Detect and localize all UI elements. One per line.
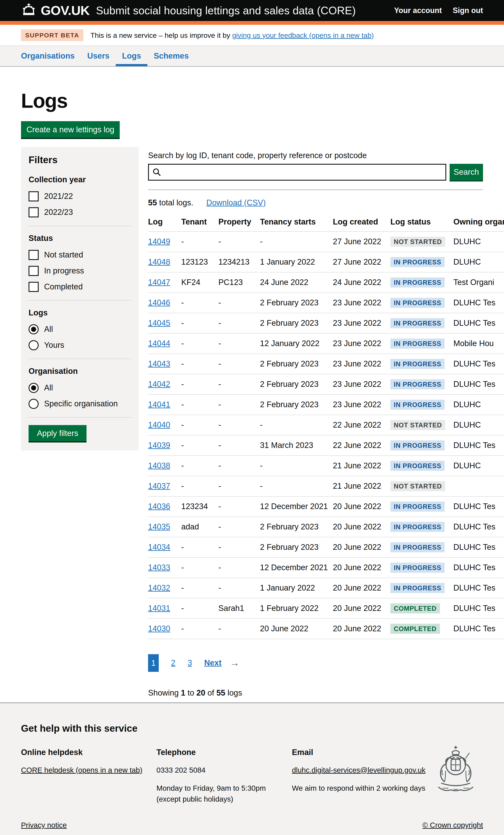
govuk-logo[interactable]: GOV.UK — [21, 3, 90, 18]
log-link[interactable]: 14040 — [148, 421, 170, 429]
property-cell: - — [218, 374, 260, 394]
showing-p4: logs — [225, 688, 242, 697]
checkbox-completed[interactable] — [28, 282, 39, 292]
log-created-cell: 20 June 2022 — [333, 618, 390, 639]
nav-item-users[interactable]: Users — [81, 46, 116, 66]
tenant-cell: adad — [181, 517, 218, 537]
status-badge: IN PROGRESS — [390, 339, 445, 349]
log-link[interactable]: 14047 — [148, 278, 170, 287]
owning-organisation-cell: DLUHC Tes — [453, 292, 504, 313]
checkbox-2022-23[interactable] — [28, 207, 39, 217]
property-cell: - — [218, 333, 260, 354]
log-link[interactable]: 14036 — [148, 502, 170, 511]
tenancy-starts-cell: - — [260, 231, 333, 252]
log-link[interactable]: 14037 — [148, 482, 170, 490]
page-1-current[interactable]: 1 — [148, 654, 159, 672]
log-created-cell: 24 June 2022 — [333, 272, 390, 292]
crown-copyright-link[interactable]: © Crown copyright — [423, 821, 483, 830]
radio-logs-yours[interactable] — [28, 340, 39, 350]
property-cell: - — [218, 435, 260, 455]
log-link[interactable]: 14038 — [148, 461, 170, 470]
log-link[interactable]: 14046 — [148, 298, 170, 307]
log-link[interactable]: 14032 — [148, 584, 170, 592]
owning-organisation-cell: DLUHC Tes — [453, 313, 504, 333]
get-help-title: Get help with this service — [21, 722, 483, 734]
filters-panel: Filters Collection year 2021/22 2022/23 … — [21, 147, 139, 450]
tenancy-starts-cell: 1 February 2022 — [260, 598, 333, 618]
apply-filters-button[interactable]: Apply filters — [28, 425, 86, 441]
log-created-cell: 20 June 2022 — [333, 557, 390, 578]
log-link[interactable]: 14039 — [148, 441, 170, 450]
checkbox-in-progress[interactable] — [28, 266, 39, 276]
log-link[interactable]: 14049 — [148, 237, 170, 246]
log-created-cell: 23 June 2022 — [333, 333, 390, 354]
tenancy-starts-cell: 12 December 2021 — [260, 496, 333, 517]
search-icon — [152, 168, 161, 179]
tenancy-starts-cell: 1 January 2022 — [260, 578, 333, 598]
log-created-cell: 20 June 2022 — [333, 537, 390, 557]
owning-organisation-cell: DLUHC Tes — [453, 618, 504, 639]
download-csv-link[interactable]: Download (CSV) — [206, 198, 266, 208]
log-created-cell: 23 June 2022 — [333, 354, 390, 374]
create-lettings-log-button[interactable]: Create a new lettings log — [21, 121, 120, 138]
log-link[interactable]: 14041 — [148, 400, 170, 409]
property-cell: - — [218, 578, 260, 598]
table-row: 14031 - Sarah1 1 February 2022 20 June 2… — [148, 598, 504, 618]
core-helpdesk-link[interactable]: CORE helpdesk (opens in a new tab) — [21, 766, 142, 774]
tenancy-starts-cell: 2 February 2023 — [260, 394, 333, 415]
page-2-link[interactable]: 2 — [171, 658, 175, 668]
telephone-number: 0333 202 5084 — [157, 766, 292, 775]
log-created-cell: 22 June 2022 — [333, 415, 390, 435]
nav-item-schemes[interactable]: Schemes — [147, 46, 195, 66]
sign-out-link[interactable]: Sign out — [453, 6, 483, 15]
tenancy-starts-cell: 31 March 2023 — [260, 435, 333, 455]
page-3-link[interactable]: 3 — [187, 658, 192, 668]
status-badge: IN PROGRESS — [390, 542, 445, 552]
next-link[interactable]: Next — [204, 658, 221, 668]
log-created-cell: 23 June 2022 — [333, 292, 390, 313]
site-header: GOV.UK Submit social housing lettings an… — [0, 0, 504, 21]
radio-organisation-all-label: All — [44, 383, 53, 393]
tenant-cell: - — [181, 618, 218, 639]
status-badge: IN PROGRESS — [390, 563, 445, 573]
checkbox-not-started[interactable] — [28, 250, 39, 260]
service-name[interactable]: Submit social housing lettings and sales… — [96, 4, 356, 17]
email-link[interactable]: dluhc.digital-services@levellingup.gov.u… — [292, 766, 425, 774]
log-link[interactable]: 14033 — [148, 563, 170, 572]
search-button[interactable]: Search — [450, 164, 483, 181]
owning-organisation-cell: DLUHC Tes — [453, 598, 504, 618]
royal-crest — [427, 743, 484, 800]
log-link[interactable]: 14030 — [148, 624, 170, 633]
checkbox-not-started-label: Not started — [44, 250, 83, 260]
property-cell: - — [218, 496, 260, 517]
log-link[interactable]: 14043 — [148, 359, 170, 368]
property-cell: - — [218, 455, 260, 476]
log-link[interactable]: 14035 — [148, 522, 170, 531]
log-link[interactable]: 14031 — [148, 604, 170, 613]
table-row: 14034 - - 2 February 2023 20 June 2022 I… — [148, 537, 504, 557]
total-logs-count: 55 — [148, 198, 157, 207]
your-account-link[interactable]: Your account — [394, 6, 442, 15]
radio-organisation-all[interactable] — [28, 383, 39, 393]
checkbox-2021-22[interactable] — [28, 191, 39, 201]
tenancy-starts-cell: - — [260, 476, 333, 496]
log-link[interactable]: 14034 — [148, 543, 170, 551]
radio-logs-all[interactable] — [28, 324, 39, 334]
privacy-notice-link[interactable]: Privacy notice — [21, 821, 67, 830]
search-input[interactable] — [148, 164, 446, 181]
showing-to: 20 — [196, 688, 205, 697]
log-link[interactable]: 14042 — [148, 380, 170, 388]
log-link[interactable]: 14048 — [148, 258, 170, 266]
nav-item-logs[interactable]: Logs — [116, 46, 147, 66]
log-link[interactable]: 14045 — [148, 319, 170, 327]
checkbox-completed-label: Completed — [44, 282, 83, 292]
checkbox-2021-22-label: 2021/22 — [44, 191, 73, 201]
log-link[interactable]: 14044 — [148, 339, 170, 348]
feedback-link[interactable]: giving us your feedback (opens in a new … — [232, 31, 374, 39]
nav-item-organisations[interactable]: Organisations — [15, 46, 81, 66]
radio-organisation-specific[interactable] — [28, 399, 39, 409]
status-badge: IN PROGRESS — [390, 502, 445, 512]
table-row: 14048 123123 1234213 1 January 2022 27 J… — [148, 252, 504, 272]
logs-table-body: 14049 - - - 27 June 2022 NOT STARTED DLU… — [148, 231, 504, 639]
status-badge: IN PROGRESS — [390, 400, 445, 410]
